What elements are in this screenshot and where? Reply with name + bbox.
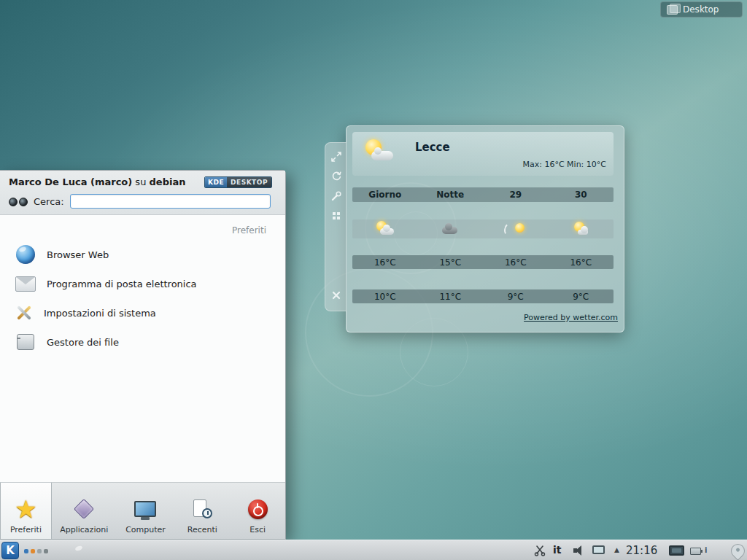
badge-desktop: DESKTOP [227,177,271,187]
launcher-dot-icon[interactable] [44,549,48,553]
dark-cloud-icon [418,220,484,238]
browser-globe-icon[interactable] [72,544,85,557]
kde-desktop-badge: KDE DESKTOP [204,176,272,188]
display-icon[interactable] [669,545,684,556]
tab-applicazioni[interactable]: Applicazioni [52,483,117,539]
launcher-dot-icon[interactable] [37,549,42,553]
tab-recenti[interactable]: Recenti [174,483,230,539]
menu-item-label: Gestore dei file [47,337,119,348]
tab-computer[interactable]: Computer [117,483,175,539]
weather-night-temps: 10°C 11°C 9°C 9°C [352,289,614,303]
weather-col-header: 30 [549,190,614,200]
rotate-icon[interactable] [330,170,343,183]
clock-document-icon [192,494,212,524]
weather-day-temps: 16°C 15°C 16°C 16°C [352,255,614,269]
menu-item-label: Programma di posta elettronica [47,279,197,289]
night-temp: 11°C [418,292,484,302]
monitor-icon [134,494,156,524]
battery-icon[interactable] [690,548,701,555]
wetter-credit-link[interactable]: Powered by wetter.com [524,313,618,322]
favorites-list: Preferiti Browser Web Programma di posta… [0,215,285,482]
wrench-icon[interactable] [330,190,343,203]
tab-label: Preferiti [10,525,42,534]
moon-sun-icon [483,220,549,238]
keyboard-layout-indicator[interactable]: it [553,544,562,556]
envelope-icon [15,273,36,294]
resize-icon[interactable] [330,150,343,163]
search-row: Cerca: [9,194,276,209]
diamond-icon [77,494,91,524]
grid-icon[interactable] [330,209,343,222]
weather-header: Lecce Max: 16°C Min: 10°C [352,132,614,176]
search-label: Cerca: [34,196,64,207]
search-input[interactable] [70,194,271,209]
kde-menu-button[interactable]: K [1,542,19,559]
weather-col-header: Giorno [352,190,418,200]
host-name: debian [150,176,186,187]
launcher-dot-icon[interactable] [31,549,35,553]
night-temp: 9°C [483,292,549,302]
globe-icon [15,244,36,265]
weather-city: Lecce [415,141,450,154]
folder-stack-icon [667,5,678,15]
day-temp: 15°C [418,257,484,268]
night-temp: 9°C [549,292,614,302]
desktop-toolbox[interactable]: Desktop [660,1,743,18]
night-temp: 10°C [352,292,418,302]
tools-icon [15,303,34,322]
menu-item-browser-web[interactable]: Browser Web [0,240,285,269]
tab-preferiti[interactable]: ★ Preferiti [0,483,52,539]
sun-cloud-icon [549,220,614,238]
cabinet-icon [15,332,36,352]
tab-label: Recenti [187,525,217,534]
desktop-background[interactable]: Desktop Lecce [0,0,747,560]
expander-arrow-icon[interactable]: ▲ [614,546,619,553]
speaker-icon[interactable] [573,545,585,556]
star-icon: ★ [15,494,36,524]
menu-item-label: Browser Web [47,249,109,260]
weather-icons-row [352,219,614,238]
weather-col-header: Notte [418,190,484,200]
desktop-toolbox-label: Desktop [683,4,719,15]
scissors-icon[interactable] [533,544,546,557]
launcher-dot-icon[interactable] [24,549,28,553]
weather-column-headers: Giorno Notte 29 30 [352,187,614,202]
weather-col-header: 29 [483,190,549,200]
weather-max-min: Max: 16°C Min: 10°C [522,160,606,169]
menu-item-email[interactable]: Programma di posta elettronica [0,269,285,298]
taskbar-panel: K it ▲ 21:16 i [0,540,747,560]
cashew-icon[interactable] [728,541,747,560]
close-icon[interactable] [330,289,343,302]
kickoff-tabs: ★ Preferiti Applicazioni Computer Recent… [0,482,285,539]
user-name: Marco De Luca (marco) [9,176,132,187]
sun-cloud-icon [363,138,400,168]
tab-esci[interactable]: Esci [230,483,285,539]
sun-cloud-icon [352,220,418,238]
menu-item-file-manager[interactable]: Gestore dei file [0,327,285,357]
weather-widget: Lecce Max: 16°C Min: 10°C Giorno Notte 2… [346,125,624,332]
menu-item-system-settings[interactable]: Impostazioni di sistema [0,298,285,327]
menu-item-label: Impostazioni di sistema [44,308,156,319]
notifier-icon[interactable]: i [705,546,712,555]
section-label: Preferiti [0,225,285,236]
widget-handle [325,142,347,311]
binoculars-icon [9,196,28,207]
kickoff-menu: Marco De Luca (marco) su debian KDE DESK… [0,170,286,540]
panel-clock[interactable]: 21:16 [626,544,657,557]
tab-label: Computer [125,525,166,534]
cloud-icon [371,151,393,160]
title-su: su [135,176,146,187]
day-temp: 16°C [549,257,614,268]
power-icon [248,494,268,524]
tab-label: Esci [249,525,266,534]
network-monitor-icon[interactable] [592,545,605,554]
tab-label: Applicazioni [60,525,108,534]
day-temp: 16°C [352,257,418,268]
badge-kde: KDE [205,177,227,187]
day-temp: 16°C [483,257,549,268]
kickoff-header: Marco De Luca (marco) su debian KDE DESK… [0,171,285,215]
